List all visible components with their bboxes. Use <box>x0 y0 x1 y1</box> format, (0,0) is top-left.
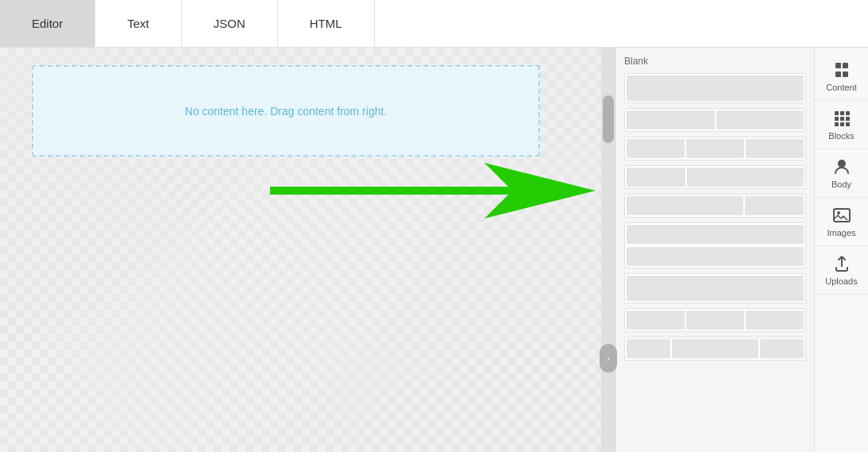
sidebar-item-blocks[interactable]: Blocks <box>815 101 868 149</box>
svg-rect-3 <box>835 71 841 77</box>
sidebar-item-uploads[interactable]: Uploads <box>815 246 868 295</box>
svg-rect-6 <box>840 111 844 115</box>
body-icon <box>832 157 851 176</box>
svg-marker-0 <box>270 163 596 218</box>
block-cell <box>686 311 744 330</box>
editor-canvas[interactable]: No content here. Drag content from right… <box>0 48 601 452</box>
icon-sidebar: Content Blocks <box>814 48 868 452</box>
svg-point-14 <box>838 160 846 168</box>
block-item-wide-narrow[interactable] <box>624 194 806 218</box>
block-cell <box>627 311 685 330</box>
block-cell <box>687 168 804 187</box>
block-item-narrow-wide[interactable] <box>624 165 806 189</box>
svg-rect-13 <box>846 122 850 126</box>
block-item-three-col-b[interactable] <box>624 308 806 332</box>
block-item-two-row[interactable] <box>624 222 806 268</box>
block-cell <box>627 139 685 158</box>
block-item-two-col[interactable] <box>624 108 806 132</box>
blocks-panel: Blank <box>615 48 814 452</box>
drop-zone-text: No content here. Drag content from right… <box>185 105 387 118</box>
block-cell <box>746 139 804 158</box>
block-item-three-col[interactable] <box>624 137 806 160</box>
sidebar-item-uploads-label: Uploads <box>825 276 857 286</box>
block-cell <box>627 196 743 215</box>
blocks-icon <box>832 109 851 128</box>
block-cell <box>627 276 804 301</box>
block-cell <box>760 339 804 358</box>
svg-rect-5 <box>835 111 839 115</box>
block-cell <box>746 311 804 330</box>
svg-rect-1 <box>835 63 841 68</box>
block-cell <box>716 110 804 129</box>
block-cell <box>627 247 804 266</box>
arrow-container <box>262 159 596 222</box>
sidebar-item-blocks-label: Blocks <box>828 131 854 141</box>
scroll-thumb[interactable] <box>603 95 614 143</box>
blocks-panel-label: Blank <box>624 56 806 67</box>
svg-rect-10 <box>846 117 850 121</box>
block-cell <box>686 139 744 158</box>
tab-editor[interactable]: Editor <box>0 0 95 47</box>
sidebar-item-content[interactable]: Content <box>815 52 868 101</box>
svg-rect-8 <box>835 117 839 121</box>
tab-html[interactable]: HTML <box>278 0 375 47</box>
uploads-icon <box>832 254 851 273</box>
sidebar-item-images-label: Images <box>827 228 855 238</box>
svg-rect-2 <box>843 63 848 68</box>
block-cell <box>627 339 670 358</box>
svg-rect-9 <box>840 117 844 121</box>
drop-zone[interactable]: No content here. Drag content from right… <box>32 65 540 156</box>
sidebar-item-content-label: Content <box>826 83 857 92</box>
tab-text[interactable]: Text <box>95 0 182 47</box>
sidebar-item-body[interactable]: Body <box>815 149 868 198</box>
block-item-mixed[interactable] <box>624 337 806 361</box>
block-cell <box>627 225 804 244</box>
block-cell <box>627 110 715 129</box>
tab-bar: Editor Text JSON HTML <box>0 0 868 48</box>
divider-area: › <box>601 48 615 452</box>
block-item-single-2[interactable] <box>624 273 806 303</box>
images-icon <box>832 206 851 225</box>
sidebar-item-body-label: Body <box>831 180 851 189</box>
content-icon <box>832 60 851 79</box>
collapse-button[interactable]: › <box>600 344 617 373</box>
block-cell <box>627 75 804 101</box>
svg-rect-11 <box>835 122 839 126</box>
svg-rect-4 <box>843 71 848 77</box>
main-content: No content here. Drag content from right… <box>0 48 868 452</box>
svg-rect-12 <box>840 122 844 126</box>
tab-json[interactable]: JSON <box>182 0 278 47</box>
sidebar-item-images[interactable]: Images <box>815 198 868 246</box>
block-cell <box>627 168 685 187</box>
block-cell <box>745 196 804 215</box>
svg-point-16 <box>837 211 840 214</box>
svg-rect-7 <box>846 111 850 115</box>
block-item-full[interactable] <box>624 73 806 103</box>
block-cell <box>672 339 759 358</box>
